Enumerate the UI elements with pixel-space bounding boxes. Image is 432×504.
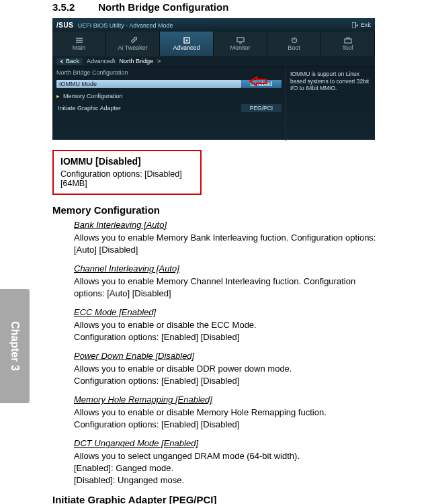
setting-desc: Allows you to select unganged DRAM mode … [74, 450, 385, 486]
setting-item-dct-unganged: DCT Unganged Mode [Enabled] Allows you t… [74, 438, 385, 486]
submenu-chevron-icon: ▸ [56, 93, 60, 99]
section-number: 3.5.2 [52, 1, 95, 13]
toolbox-icon [344, 37, 352, 44]
setting-desc: Allows you to enable Memory Bank Interle… [74, 232, 385, 255]
section-header: 3.5.2 North Bridge Configuration [52, 1, 385, 13]
bios-tab-boot[interactable]: Boot [267, 32, 321, 56]
bios-settings-panel: North Bridge Configuration IOMMU Mode Di… [52, 67, 286, 141]
bios-breadcrumb: Back Advanced\ North Bridge > [52, 56, 375, 67]
bios-utility-title: UEFI BIOS Utility - Advanced Mode [78, 22, 173, 29]
bios-tab-monitor[interactable]: Monitor [214, 32, 267, 56]
setting-desc: Allows you to enable or disable the ECC … [74, 319, 385, 343]
setting-desc: Allows you to enable Memory Channel Inte… [74, 276, 385, 299]
setting-item-bank-interleaving: Bank Interleaving [Auto] Allows you to e… [74, 220, 385, 255]
bios-exit-button[interactable]: Exit [352, 22, 371, 28]
setting-name: DCT Unganged Mode [Enabled] [74, 438, 385, 448]
bios-row-memory-config[interactable]: ▸ Memory Configuration [56, 91, 282, 101]
bios-tab-advanced[interactable]: Advanced [160, 32, 214, 56]
bios-help-panel: IOMMU is support on Linux based systems … [286, 67, 375, 141]
list-icon [75, 37, 83, 44]
bios-tab-strip: Main Ai Tweaker Advanced Monitor Boot To… [52, 32, 375, 56]
back-arrow-icon [60, 59, 64, 64]
setting-item-memory-hole: Memory Hole Remapping [Enabled] Allows y… [74, 394, 385, 430]
bios-row-value[interactable]: PEG/PCI [241, 104, 282, 112]
bios-back-button[interactable]: Back [56, 58, 83, 65]
bios-tab-ai-tweaker[interactable]: Ai Tweaker [106, 32, 160, 56]
highlight-callout-box: IOMMU [Disabled] Configuration options: … [52, 150, 202, 195]
wrench-icon [129, 37, 137, 44]
exit-icon [352, 22, 358, 28]
bios-brand-logo: /SUS [56, 22, 73, 29]
setting-name: Bank Interleaving [Auto] [74, 220, 385, 230]
setting-desc: Allows you to enable or disable DDR powe… [74, 363, 385, 386]
section-title: North Bridge Configuration [98, 1, 228, 13]
breadcrumb-arrow: > [157, 58, 161, 65]
breadcrumb-parent[interactable]: Advanced\ [87, 58, 116, 65]
svg-point-2 [185, 39, 187, 41]
setting-item-power-down: Power Down Enable [Disabled] Allows you … [74, 351, 385, 386]
power-icon [290, 37, 298, 44]
setting-item-channel-interleaving: Channel Interleaving [Auto] Allows you t… [74, 263, 385, 299]
setting-name: Channel Interleaving [Auto] [74, 263, 385, 274]
bios-tab-tool[interactable]: Tool [321, 32, 375, 56]
memory-config-heading: Memory Configuration [52, 204, 385, 216]
bios-row-iommu[interactable]: IOMMU Mode Disabled [56, 79, 282, 89]
setting-item-ecc-mode: ECC Mode [Enabled] Allows you to enable … [74, 307, 385, 343]
breadcrumb-current: North Bridge [120, 58, 154, 65]
callout-arrow-annotation [249, 76, 267, 87]
iga-heading: Initiate Graphic Adapter [PEG/PCI] [52, 494, 385, 504]
bios-titlebar: /SUS UEFI BIOS Utility - Advanced Mode E… [52, 18, 375, 32]
bios-row-label: IOMMU Mode [56, 80, 241, 88]
initiate-graphic-adapter-section: Initiate Graphic Adapter [PEG/PCI] Allow… [52, 494, 385, 504]
bios-row-label: Initiate Graphic Adapter [56, 105, 241, 112]
bios-group-title: North Bridge Configuration [56, 69, 282, 76]
svg-rect-5 [345, 39, 351, 43]
setting-name: Power Down Enable [Disabled] [74, 351, 385, 361]
bios-tab-main[interactable]: Main [52, 32, 106, 56]
highlight-options: Configuration options: [Disabled] [64MB] [60, 169, 193, 188]
bios-row-label: Memory Configuration [62, 93, 282, 99]
monitor-icon [236, 37, 245, 44]
setting-name: Memory Hole Remapping [Enabled] [74, 394, 385, 405]
svg-rect-3 [237, 38, 244, 42]
setting-desc: Allows you to enable or disable Memory H… [74, 407, 385, 430]
setting-name: ECC Mode [Enabled] [74, 307, 385, 317]
bios-screenshot: /SUS UEFI BIOS Utility - Advanced Mode E… [52, 18, 375, 140]
bios-row-initiate-graphic[interactable]: Initiate Graphic Adapter PEG/PCI [56, 103, 282, 114]
chapter-side-tab: Chapter 3 [0, 289, 30, 403]
highlight-title: IOMMU [Disabled] [60, 156, 193, 167]
chip-icon [183, 37, 191, 44]
